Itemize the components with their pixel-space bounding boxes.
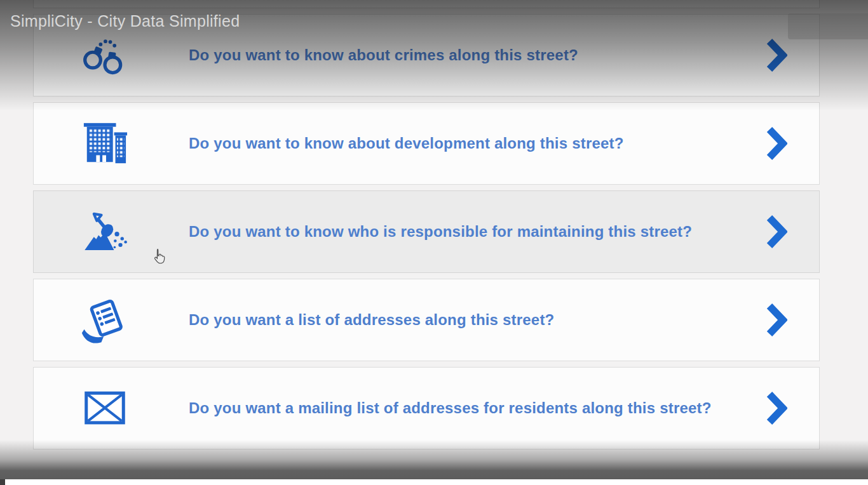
chevron-right-icon[interactable] (764, 39, 787, 72)
chevron-right-icon[interactable] (764, 127, 787, 160)
chevron-right-icon[interactable] (764, 303, 787, 336)
question-card-mailing-list[interactable]: Do you want a mailing list of addresses … (33, 367, 820, 449)
handcuffs-icon (78, 29, 132, 82)
bottom-left-notch (0, 479, 5, 485)
question-text: Do you want to know about development al… (189, 135, 624, 152)
question-text: Do you want to know who is responsible f… (189, 223, 692, 241)
envelope-icon (78, 382, 132, 435)
bottom-white-strip (0, 479, 868, 485)
question-card-list: Do you want to know about crimes along t… (33, 0, 820, 455)
shovel-icon (78, 205, 132, 258)
chevron-right-icon[interactable] (764, 392, 787, 425)
question-text: Do you want to know about crimes along t… (189, 46, 578, 64)
top-right-blur-pill (788, 13, 868, 39)
question-card-development[interactable]: Do you want to know about development al… (33, 102, 820, 185)
question-card-address-list[interactable]: Do you want a list of addresses along th… (33, 279, 820, 361)
video-title: SimpliCity - City Data Simplified (10, 12, 240, 30)
question-card-maintenance[interactable]: Do you want to know who is responsible f… (33, 190, 820, 273)
building-icon (78, 117, 132, 170)
question-card-partial-top[interactable] (33, 0, 820, 8)
page: Do you want to know about crimes along t… (0, 0, 868, 485)
list-icon (78, 293, 132, 347)
chevron-right-icon[interactable] (764, 215, 787, 248)
question-text: Do you want a mailing list of addresses … (189, 399, 712, 417)
question-text: Do you want a list of addresses along th… (189, 311, 554, 329)
